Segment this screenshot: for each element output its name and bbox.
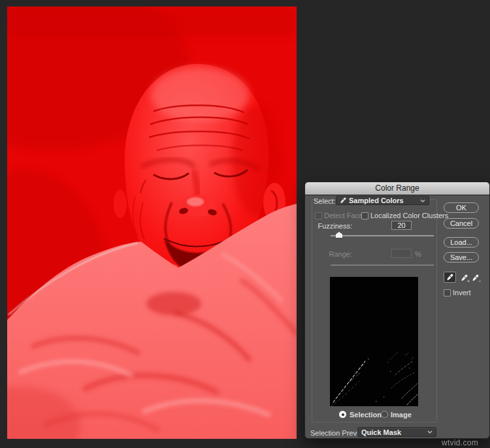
eyedropper-subtract-suffix: − [478,279,481,283]
eyedropper-add-button[interactable]: + [459,273,468,282]
select-dropdown-value: Sampled Colors [349,197,404,204]
range-slider-track [331,264,434,266]
range-unit-label: % [415,250,421,259]
save-button[interactable]: Save... [444,252,479,263]
ok-button[interactable]: OK [444,202,479,213]
select-dropdown[interactable]: Sampled Colors [336,196,429,205]
chevron-down-icon [427,430,433,434]
selection-mask-preview[interactable] [330,277,418,406]
mask-preview-illustration [330,277,418,406]
load-button[interactable]: Load... [444,237,479,248]
localized-color-clusters-label: Localized Color Clusters [370,212,448,220]
dialog-title: Color Range [375,184,419,193]
invert-label: Invert [453,289,471,297]
detect-faces-checkbox [315,212,322,219]
range-label: Range: [312,250,352,259]
fuzziness-slider-track[interactable] [331,235,434,236]
cancel-button[interactable]: Cancel [444,218,479,229]
chevron-down-icon [420,199,425,202]
invert-checkbox[interactable] [444,289,451,296]
select-label: Select: [314,197,335,206]
image-radio-label[interactable]: Image [391,411,412,419]
eyedropper-sample-button[interactable] [444,272,456,283]
watermark-text: wtvid.com [442,438,478,447]
image-radio[interactable] [381,411,388,418]
eyedropper-add-suffix: + [467,279,470,283]
color-range-dialog: Color Range Select: Sampled Colors Detec… [304,182,490,439]
selection-preview-dropdown[interactable]: Quick Mask [357,427,436,437]
range-input [391,249,412,258]
eyedropper-icon [446,274,453,281]
fuzziness-label: Fuzziness: [312,222,352,231]
eyedropper-icon [340,197,346,204]
selection-radio-label[interactable]: Selection [350,411,382,419]
masked-photo-illustration [7,7,297,439]
detect-faces-label: Detect Faces [324,212,367,220]
selection-preview-value: Quick Mask [361,428,401,436]
document-canvas-quick-mask-photo[interactable] [7,7,297,439]
selection-radio[interactable] [339,411,346,418]
eyedropper-plus-icon [461,274,468,281]
localized-color-clusters-checkbox[interactable] [361,212,368,219]
fuzziness-input[interactable]: 20 [391,221,412,230]
eyedropper-minus-icon [472,274,479,281]
dialog-titlebar[interactable]: Color Range [305,182,489,195]
eyedropper-subtract-button[interactable]: − [470,273,480,282]
